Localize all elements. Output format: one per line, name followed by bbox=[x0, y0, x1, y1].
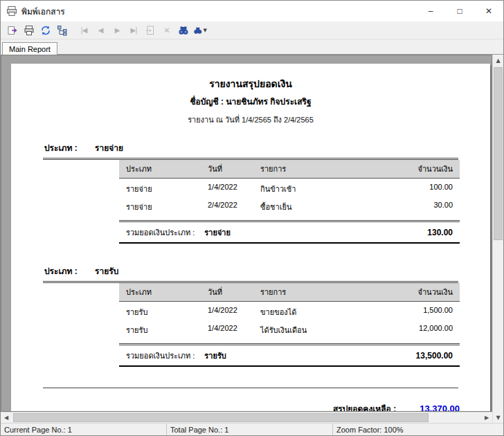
table-row: รายรับ 1/4/2022 ได้รับเงินเดือน 12,000.0… bbox=[119, 320, 460, 338]
scroll-left-button[interactable]: ◀ bbox=[1, 412, 12, 423]
print-icon bbox=[24, 25, 35, 36]
cell-item: ขายของได้ bbox=[260, 306, 377, 318]
goto-page-icon bbox=[145, 25, 156, 36]
status-zoom-factor: Zoom Factor: 100% bbox=[333, 424, 503, 435]
thick-rule bbox=[119, 242, 460, 244]
vscroll-thumb[interactable] bbox=[494, 67, 503, 240]
refresh-button[interactable] bbox=[38, 23, 53, 38]
cell-item: ซื้อชาเย็น bbox=[260, 201, 377, 213]
col-type: ประเภท bbox=[126, 163, 208, 175]
col-item: รายการ bbox=[260, 163, 377, 175]
tab-main-report[interactable]: Main Report bbox=[2, 42, 57, 55]
col-amount: จำนวนเงิน bbox=[377, 163, 453, 175]
minimize-button[interactable]: – bbox=[416, 1, 445, 21]
report-page: รายงานสรุปยอดเงิน ชื่อบัญชี : นายชินภัทร… bbox=[11, 64, 490, 412]
type-label: ประเภท : bbox=[44, 143, 78, 153]
cell-date: 1/4/2022 bbox=[208, 183, 260, 195]
cell-amount: 12,000.00 bbox=[377, 324, 453, 336]
section-total-row: รวมยอดเงินประเภท : รายจ่าย 130.00 bbox=[119, 222, 460, 242]
search-icon bbox=[178, 25, 189, 36]
first-page-icon: |◀ bbox=[80, 26, 87, 34]
window-title: พิมพ์เอกสาร bbox=[21, 5, 65, 18]
type-label: ประเภท : bbox=[44, 266, 78, 276]
type-value: รายจ่าย bbox=[95, 143, 123, 153]
cell-type: รายรับ bbox=[126, 324, 208, 336]
zoom-button[interactable]: ▼ bbox=[192, 23, 208, 38]
section-expense: ประเภท : รายจ่าย ประเภท วันที่ รายการ จำ… bbox=[11, 141, 490, 244]
cell-type: รายรับ bbox=[126, 306, 208, 318]
goto-page-button[interactable] bbox=[143, 23, 158, 38]
report-canvas: รายงานสรุปยอดเงิน ชื่อบัญชี : นายชินภัทร… bbox=[1, 55, 492, 412]
export-icon bbox=[7, 25, 18, 36]
cell-type: รายจ่าย bbox=[126, 183, 208, 195]
total-label: รวมยอดเงินประเภท : bbox=[126, 226, 195, 239]
vertical-scrollbar[interactable]: ▲ ▼ bbox=[492, 55, 503, 423]
cell-item: กินข้าวเช้า bbox=[260, 183, 377, 195]
report-account-line: ชื่อบัญชี : นายชินภัทร กิจประเสริฐ bbox=[11, 95, 490, 108]
report-toolbar: |◀ ◀ ▶ ▶| × bbox=[1, 21, 503, 39]
total-label: รวมยอดเงินประเภท : bbox=[126, 349, 195, 362]
col-date: วันที่ bbox=[208, 286, 260, 298]
report-viewer: รายงานสรุปยอดเงิน ชื่อบัญชี : นายชินภัทร… bbox=[1, 55, 503, 423]
thick-rule bbox=[119, 365, 460, 367]
expense-table: ประเภท วันที่ รายการ จำนวนเงิน รายจ่าย 1… bbox=[119, 160, 460, 244]
status-total-page: Total Page No.: 1 bbox=[167, 424, 333, 435]
total-value: 13,500.00 bbox=[416, 351, 453, 361]
last-page-button[interactable]: ▶| bbox=[126, 23, 141, 38]
total-value: 130.00 bbox=[427, 228, 453, 237]
status-bar: Current Page No.: 1 Total Page No.: 1 Zo… bbox=[1, 423, 503, 435]
print-button[interactable] bbox=[21, 23, 37, 38]
vscroll-track[interactable] bbox=[493, 66, 503, 412]
prev-page-icon: ◀ bbox=[98, 26, 103, 34]
cell-date: 1/4/2022 bbox=[208, 324, 260, 336]
horizontal-scrollbar[interactable]: ◀ ▶ bbox=[1, 412, 492, 423]
maximize-button[interactable]: □ bbox=[445, 1, 474, 21]
search-button[interactable] bbox=[176, 23, 191, 38]
col-amount: จำนวนเงิน bbox=[377, 286, 453, 298]
cell-date: 2/4/2022 bbox=[208, 201, 260, 213]
summary-rule bbox=[43, 388, 458, 388]
report-date-line: รายงาน ณ วันที่ 1/4/2565 ถึง 2/4/2565 bbox=[11, 113, 490, 126]
first-page-button[interactable]: |◀ bbox=[76, 23, 91, 38]
scroll-down-button[interactable]: ▼ bbox=[493, 412, 503, 423]
hscroll-track[interactable] bbox=[12, 412, 481, 423]
table-header: ประเภท วันที่ รายการ จำนวนเงิน bbox=[119, 160, 460, 179]
titlebar: พิมพ์เอกสาร – □ ✕ bbox=[1, 1, 503, 21]
status-current-page: Current Page No.: 1 bbox=[1, 424, 167, 435]
col-type: ประเภท bbox=[126, 286, 208, 298]
section-income: ประเภท : รายรับ ประเภท วันที่ รายการ จำน… bbox=[11, 264, 490, 367]
close-button[interactable]: ✕ bbox=[474, 1, 503, 21]
table-header: ประเภท วันที่ รายการ จำนวนเงิน bbox=[119, 283, 460, 302]
section-header: ประเภท : รายจ่าย bbox=[44, 141, 490, 154]
section-total-row: รวมยอดเงินประเภท : รายรับ 13,500.00 bbox=[119, 345, 460, 365]
col-item: รายการ bbox=[260, 286, 377, 298]
cell-amount: 30.00 bbox=[377, 201, 453, 213]
total-type: รายรับ bbox=[204, 349, 226, 362]
summary-value: 13,370.00 bbox=[420, 403, 460, 412]
section-header: ประเภท : รายรับ bbox=[44, 264, 490, 278]
scroll-up-button[interactable]: ▲ bbox=[493, 55, 503, 66]
prev-page-button[interactable]: ◀ bbox=[93, 23, 108, 38]
tab-strip: Main Report bbox=[1, 39, 503, 55]
summary-label: สรุปยอดคงเหลือ : bbox=[333, 402, 396, 412]
income-table: ประเภท วันที่ รายการ จำนวนเงิน รายรับ 1/… bbox=[119, 283, 460, 367]
cell-amount: 1,500.00 bbox=[377, 306, 453, 318]
table-row: รายรับ 1/4/2022 ขายของได้ 1,500.00 bbox=[119, 302, 460, 320]
zoom-dropdown-caret: ▼ bbox=[204, 28, 207, 33]
print-document-window: พิมพ์เอกสาร – □ ✕ bbox=[0, 0, 504, 436]
summary-row: สรุปยอดคงเหลือ : 13,370.00 bbox=[11, 402, 460, 412]
cell-amount: 100.00 bbox=[377, 183, 453, 195]
cell-date: 1/4/2022 bbox=[208, 306, 260, 318]
app-icon bbox=[6, 6, 17, 17]
type-value: รายรับ bbox=[95, 266, 118, 276]
cell-item: ได้รับเงินเดือน bbox=[260, 324, 377, 336]
zoom-icon bbox=[193, 26, 203, 35]
export-button[interactable] bbox=[5, 23, 20, 38]
scroll-right-button[interactable]: ▶ bbox=[481, 412, 492, 423]
report-title: รายงานสรุปยอดเงิน bbox=[11, 76, 490, 91]
next-page-button[interactable]: ▶ bbox=[109, 23, 125, 38]
hscroll-thumb[interactable] bbox=[13, 413, 429, 422]
last-page-icon: ▶| bbox=[130, 26, 136, 34]
group-tree-button[interactable] bbox=[55, 23, 70, 38]
stop-button[interactable]: × bbox=[159, 23, 174, 38]
